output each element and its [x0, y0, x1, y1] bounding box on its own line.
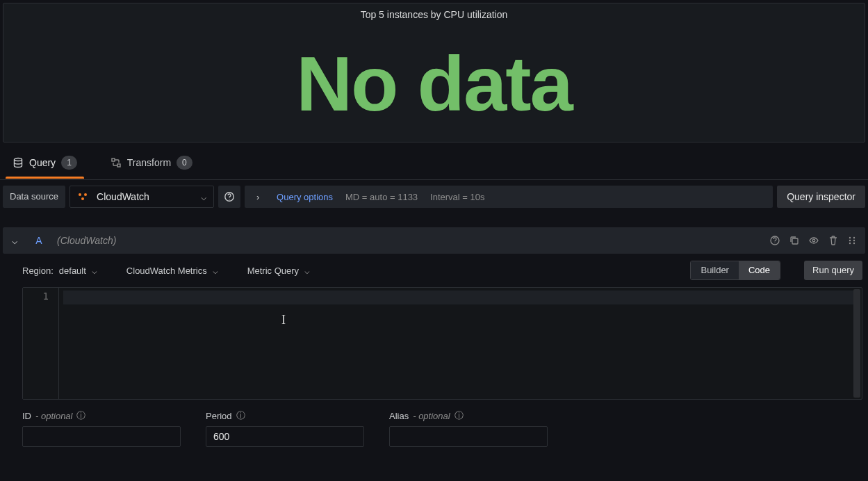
database-icon — [13, 157, 24, 168]
svg-point-4 — [229, 199, 229, 199]
query-options-link[interactable]: Query options — [277, 192, 333, 202]
api-mode-value: CloudWatch Metrics — [126, 266, 207, 276]
transform-icon — [110, 157, 122, 168]
help-icon — [224, 191, 235, 202]
tab-query-count: 1 — [61, 156, 77, 170]
datasource-help-button[interactable] — [218, 186, 240, 208]
region-value: default — [59, 266, 86, 276]
hide-icon[interactable] — [808, 235, 821, 246]
period-label: Period ⓘ — [206, 409, 364, 422]
text-cursor-icon: I — [281, 313, 286, 327]
chevron-down-icon: ⌵ — [304, 266, 310, 276]
info-icon[interactable]: ⓘ — [76, 409, 85, 422]
duplicate-icon[interactable] — [789, 235, 801, 246]
id-input[interactable] — [22, 426, 181, 447]
id-label: ID - optional ⓘ — [22, 409, 181, 422]
query-row-datasource: (CloudWatch) — [57, 235, 116, 246]
datasource-label: Data source — [3, 186, 65, 208]
query-ref-id[interactable]: A — [28, 235, 50, 246]
line-number: 1 — [23, 291, 49, 302]
datasource-picker[interactable]: CloudWatch ⌵ — [69, 186, 214, 208]
code-editor[interactable]: 1 I — [22, 287, 862, 400]
query-mode-value: Metric Query — [247, 266, 299, 276]
delete-icon[interactable] — [828, 235, 840, 246]
cloudwatch-icon — [77, 192, 90, 202]
region-label: Region: — [22, 266, 54, 276]
id-field: ID - optional ⓘ — [22, 409, 181, 447]
period-field: Period ⓘ — [206, 409, 364, 447]
svg-point-9 — [849, 237, 851, 238]
alias-optional-text: - optional — [413, 411, 450, 421]
drag-handle-icon[interactable] — [847, 235, 860, 246]
api-mode-selector[interactable]: CloudWatch Metrics ⌵ — [126, 266, 218, 276]
region-selector[interactable]: Region: default ⌵ — [22, 266, 97, 276]
svg-point-0 — [15, 158, 22, 161]
tab-row: Query 1 Transform 0 — [0, 147, 868, 180]
svg-point-6 — [775, 243, 776, 243]
tab-transform[interactable]: Transform 0 — [104, 149, 199, 178]
editor-mode-switch: Builder Code — [690, 261, 780, 280]
builder-mode-button[interactable]: Builder — [691, 261, 738, 279]
editor-gutter: 1 — [23, 288, 59, 399]
alias-label-text: Alias — [389, 411, 409, 421]
svg-point-10 — [853, 237, 855, 238]
id-optional-text: - optional — [35, 411, 72, 421]
svg-point-14 — [853, 243, 855, 244]
no-data-text: No data — [296, 45, 572, 123]
editor-active-line — [63, 291, 853, 304]
editor-text-area[interactable]: I — [59, 288, 862, 399]
query-options-bar: › Query options MD = auto = 1133 Interva… — [245, 186, 773, 208]
tab-query-label: Query — [29, 157, 56, 168]
id-label-text: ID — [22, 411, 31, 421]
code-mode-button[interactable]: Code — [739, 261, 780, 279]
svg-rect-7 — [792, 238, 798, 244]
tab-transform-count: 0 — [177, 156, 193, 170]
tab-query[interactable]: Query 1 — [6, 149, 84, 178]
alias-field: Alias - optional ⓘ — [389, 409, 548, 447]
chevron-down-icon: ⌵ — [201, 191, 206, 202]
period-input[interactable] — [206, 426, 364, 447]
query-row-header: ⌵ A (CloudWatch) — [3, 227, 865, 254]
query-editor-area: Query 1 Transform 0 Data source CloudWat… — [0, 142, 868, 447]
query-row-a: ⌵ A (CloudWatch) — [3, 227, 865, 447]
svg-point-11 — [849, 240, 851, 241]
query-row-actions — [769, 235, 860, 246]
query-inspector-button[interactable]: Query inspector — [777, 186, 865, 208]
query-row-body: Region: default ⌵ CloudWatch Metrics ⌵ M… — [3, 254, 865, 447]
visualization-panel: Top 5 instances by CPU utilization No da… — [3, 3, 865, 142]
help-icon[interactable] — [769, 235, 782, 246]
datasource-value: CloudWatch — [97, 191, 149, 202]
panel-title: Top 5 instances by CPU utilization — [355, 3, 514, 26]
editor-scrollbar[interactable] — [853, 289, 860, 398]
chevron-down-icon: ⌵ — [213, 266, 218, 276]
datasource-row: Data source CloudWatch ⌵ › Query options… — [0, 180, 868, 212]
svg-rect-2 — [117, 164, 120, 167]
svg-rect-1 — [112, 158, 115, 161]
svg-point-8 — [812, 239, 815, 242]
panel-body: No data — [296, 26, 572, 142]
period-label-text: Period — [206, 411, 232, 421]
chevron-down-icon: ⌵ — [92, 266, 97, 276]
alias-label: Alias - optional ⓘ — [389, 409, 548, 422]
alias-input[interactable] — [389, 426, 548, 447]
chevron-right-icon[interactable]: › — [252, 192, 264, 202]
collapse-toggle[interactable]: ⌵ — [8, 235, 21, 246]
svg-point-12 — [853, 240, 855, 241]
query-options-md: MD = auto = 1133 — [345, 192, 418, 202]
additional-fields-row: ID - optional ⓘ Period ⓘ Alias - optiona… — [22, 400, 865, 447]
tab-transform-label: Transform — [127, 157, 171, 168]
run-query-button[interactable]: Run query — [804, 261, 862, 280]
info-icon[interactable]: ⓘ — [236, 409, 245, 422]
query-mode-selector[interactable]: Metric Query ⌵ — [247, 266, 310, 276]
query-option-row: Region: default ⌵ CloudWatch Metrics ⌵ M… — [22, 259, 865, 282]
info-icon[interactable]: ⓘ — [455, 409, 464, 422]
svg-point-13 — [849, 243, 851, 244]
query-options-interval: Interval = 10s — [430, 192, 484, 202]
